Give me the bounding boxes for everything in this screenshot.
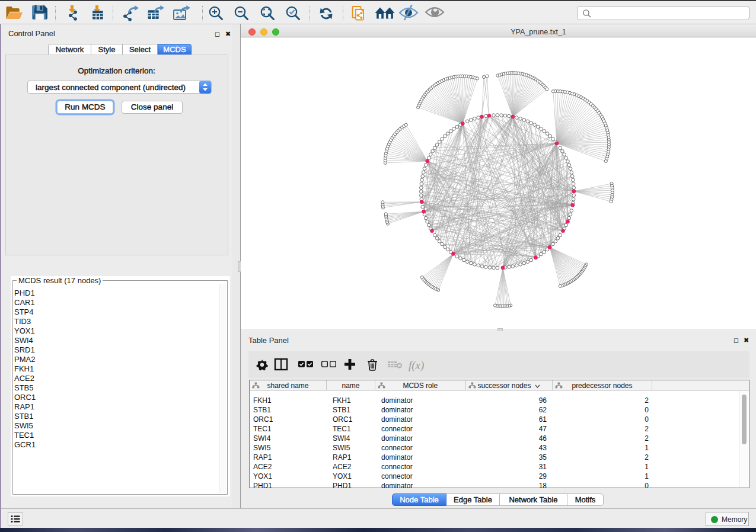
svg-text:f(x): f(x): [409, 359, 424, 372]
